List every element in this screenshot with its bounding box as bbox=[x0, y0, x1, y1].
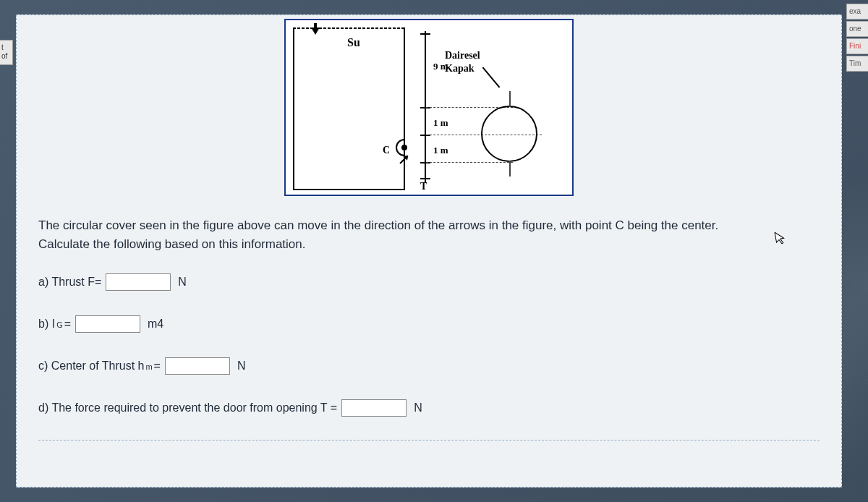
part-c-label-prefix: c) Center of Thrust h bbox=[38, 360, 144, 373]
hinge-pivot-icon bbox=[401, 145, 407, 150]
part-c-unit: N bbox=[237, 360, 246, 373]
tick-icon bbox=[420, 33, 430, 35]
cover-label: Dairesel Kapak bbox=[445, 49, 480, 75]
tank-outline bbox=[293, 27, 405, 190]
part-a-label: a) Thrust F= bbox=[38, 276, 101, 289]
part-b: b) I G = m4 bbox=[17, 308, 841, 350]
dashed-guide bbox=[426, 162, 513, 163]
cover-label-line2: Kapak bbox=[445, 63, 474, 74]
right-tab[interactable]: Tim bbox=[846, 56, 868, 72]
question-line1: The circular cover seen in the figure ab… bbox=[38, 218, 718, 232]
tank-surface bbox=[293, 27, 405, 29]
part-a-input[interactable] bbox=[106, 273, 171, 291]
question-text: The circular cover seen in the figure ab… bbox=[17, 210, 841, 266]
part-c-sub: m bbox=[145, 362, 152, 371]
left-sidebar-tab: t of bbox=[0, 40, 13, 65]
water-label: Su bbox=[347, 36, 360, 49]
question-panel: Su C 9 m 1 m 1 m Dairesel Kapak T The ci… bbox=[16, 14, 842, 488]
part-c-input[interactable] bbox=[165, 357, 230, 375]
part-c-label-suffix: = bbox=[154, 360, 161, 373]
dimension-1m: 1 m bbox=[433, 117, 448, 129]
cover-label-line1: Dairesel bbox=[445, 50, 480, 61]
point-t-label: T bbox=[420, 181, 427, 192]
divider bbox=[38, 440, 820, 441]
circular-cover bbox=[481, 106, 537, 162]
part-d: d) The force required to prevent the doo… bbox=[17, 392, 841, 434]
part-b-unit: m4 bbox=[148, 318, 163, 331]
cover-leader-line bbox=[482, 67, 501, 88]
question-line2: Calculate the following based on this in… bbox=[38, 237, 306, 251]
part-a: a) Thrust F= N bbox=[17, 266, 841, 308]
part-b-label-suffix: = bbox=[64, 318, 71, 331]
right-tab[interactable]: exa bbox=[846, 4, 868, 20]
part-d-unit: N bbox=[414, 401, 422, 414]
part-d-label: d) The force required to prevent the doo… bbox=[38, 401, 337, 414]
right-tab[interactable]: Fini bbox=[846, 38, 868, 54]
right-sidebar-tabs: exa one Fini Tim bbox=[846, 4, 868, 73]
tick-icon bbox=[420, 178, 430, 179]
cover-arrow-icon bbox=[509, 91, 511, 107]
inflow-arrow-icon bbox=[311, 27, 320, 35]
part-d-input[interactable] bbox=[341, 399, 407, 417]
part-b-label-prefix: b) I bbox=[38, 318, 55, 331]
hinge bbox=[393, 137, 413, 158]
cover-arrow-icon bbox=[509, 161, 511, 176]
right-tab[interactable]: one bbox=[846, 21, 868, 37]
question-figure: Su C 9 m 1 m 1 m Dairesel Kapak T bbox=[284, 19, 574, 196]
part-b-input[interactable] bbox=[75, 315, 140, 333]
point-c-label: C bbox=[383, 145, 390, 156]
part-c: c) Center of Thrust h m = N bbox=[17, 350, 841, 392]
part-b-sub: G bbox=[56, 320, 63, 329]
dimension-1m: 1 m bbox=[433, 145, 448, 156]
part-a-unit: N bbox=[178, 276, 187, 289]
